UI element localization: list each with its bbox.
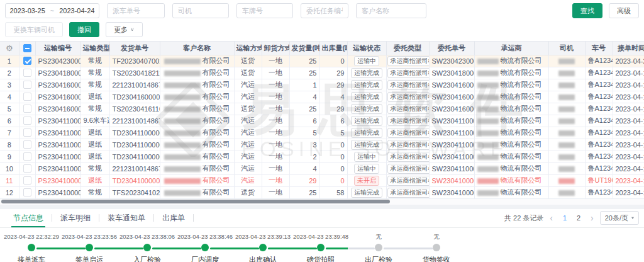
column-header[interactable]: 运输类型: [80, 42, 109, 55]
row-checkbox[interactable]: [23, 176, 31, 185]
column-header[interactable]: 运输状态: [347, 42, 386, 55]
horizontal-scrollbar[interactable]: [0, 199, 644, 205]
row-checkbox[interactable]: [23, 188, 31, 196]
tab-4[interactable]: 出库单: [154, 209, 193, 227]
tab-1[interactable]: 节点信息: [5, 209, 52, 227]
table-row[interactable]: 2PS230418000001常规TS202304182114有限公司送货一地2…: [0, 67, 644, 79]
customer-name: 有限公司: [160, 127, 234, 139]
table-row[interactable]: 5PS230416000004常规TS202304161109有限公司送货一地2…: [0, 103, 644, 115]
unload-mode: 一地: [262, 139, 289, 151]
date-range-input[interactable]: 2023-03-25 ~ 2023-04-24: [5, 3, 99, 18]
table-row[interactable]: 11PS230410000006退纸TD230410000009有限公司汽运一地…: [0, 174, 644, 186]
column-header[interactable]: 运输方式: [234, 42, 262, 55]
page-number[interactable]: 2: [573, 214, 584, 222]
column-header[interactable]: 车号: [585, 42, 613, 55]
row-checkbox[interactable]: [23, 140, 31, 149]
transport-no: PS230411000005: [35, 115, 80, 127]
pagination-total: 共 22 条记录: [504, 214, 543, 223]
prev-page-icon[interactable]: ‹: [550, 214, 553, 222]
driver-input[interactable]: [172, 3, 229, 18]
redacted-text: [164, 130, 201, 136]
change-vehicle-driver-button[interactable]: 更换车辆司机: [5, 22, 63, 37]
table-row[interactable]: 3PS230416000007常规22123100148673有限公司汽运一地1…: [0, 79, 644, 91]
transport-mode: 送货: [234, 186, 262, 198]
table-row[interactable]: 6PS2304110000059.6米车运输22123100148676有限公司…: [0, 115, 644, 127]
plate-input[interactable]: [236, 3, 293, 18]
unload-mode: 一地: [262, 174, 289, 186]
transport-mode: 汽运: [234, 139, 262, 151]
column-header[interactable]: 接单时间: [613, 42, 644, 55]
delegate-type-badge: 承运商指派司机: [387, 116, 430, 126]
section-divider: [0, 205, 644, 209]
column-header[interactable]: 卸货方式: [262, 42, 289, 55]
table-row[interactable]: 4PS230416000006退纸TD230416000002有限公司汽运一地4…: [0, 91, 644, 103]
accept-date: 2023-04-1: [613, 151, 644, 162]
row-checkbox[interactable]: [23, 152, 31, 161]
transport-type: 退纸: [80, 139, 109, 151]
column-header[interactable]: 司机: [548, 42, 585, 55]
row-checkbox[interactable]: [23, 164, 31, 173]
tab-2[interactable]: 派车明细: [52, 209, 99, 227]
scrollbar-thumb[interactable]: [1, 200, 390, 203]
table-row[interactable]: 1PS230423000002常规TF20230407001有限公司送货一地25…: [0, 55, 644, 67]
row-checkbox[interactable]: [23, 81, 31, 89]
redacted-text: [164, 166, 201, 172]
plate-no: 鲁A12345: [585, 162, 613, 174]
table-row[interactable]: 9PS230411000002退纸TD230411000007有限公司汽运一地2…: [0, 151, 644, 162]
redacted-text: [164, 106, 201, 112]
table-row[interactable]: 8PS230411000003退纸TD230411000008有限公司汽运一地3…: [0, 139, 644, 151]
column-header[interactable]: 运输编号: [35, 42, 80, 55]
node-connector: [326, 248, 375, 249]
redacted-text: [558, 59, 575, 64]
table-row[interactable]: 12PS230410000004常规TFS202304102203有限公司送货一…: [0, 186, 644, 198]
row-checkbox[interactable]: [23, 128, 31, 137]
column-header[interactable]: 委托单号: [429, 42, 474, 55]
driver-name: [548, 115, 585, 127]
column-header[interactable]: 承运商: [474, 42, 548, 55]
unload-mode: 一地: [262, 103, 289, 115]
column-header[interactable]: 发货单号: [109, 42, 160, 55]
accept-date: 2023-04-1: [613, 115, 644, 127]
row-checkbox[interactable]: [23, 105, 31, 113]
row-checkbox[interactable]: [23, 57, 31, 65]
column-header[interactable]: 出库量(吨): [319, 42, 347, 55]
status-badge: 未开启: [354, 176, 379, 186]
redacted-text: [558, 142, 575, 148]
customer-input[interactable]: [356, 3, 426, 18]
out-qty: 58: [319, 186, 347, 198]
select-all-checkbox[interactable]: [23, 44, 31, 52]
advanced-button[interactable]: 高级: [609, 3, 639, 18]
node-time: 2023-04-23 23:39:48: [292, 233, 350, 242]
column-header[interactable]: 委托类型: [386, 42, 429, 55]
ship-no: TD230411000008: [109, 139, 160, 151]
search-button[interactable]: 查找: [572, 3, 602, 18]
page-number[interactable]: 1: [559, 214, 570, 222]
plate-no: 鲁A12345: [585, 103, 613, 115]
row-checkbox[interactable]: [23, 117, 31, 125]
row-index: 9: [0, 151, 19, 162]
unload-mode: 一地: [262, 91, 289, 103]
column-header[interactable]: 发货量(吨): [289, 42, 319, 55]
withdraw-button[interactable]: 撤回: [69, 22, 99, 37]
plate-no: 鲁A12345: [585, 67, 613, 79]
accept-date: 2023-04-1: [613, 127, 644, 139]
more-button[interactable]: 更多 ∨: [106, 22, 143, 37]
delegate-type-badge: 承运商指派司机: [387, 128, 430, 138]
table-row[interactable]: 10PS230411000001常规22123100148677有限公司汽运一地…: [0, 162, 644, 174]
plate-no: 鲁A12345: [585, 115, 613, 127]
next-page-icon[interactable]: ›: [591, 214, 594, 222]
row-checkbox[interactable]: [23, 93, 31, 101]
customer-name: 有限公司: [160, 67, 234, 79]
gear-icon[interactable]: ⚙: [6, 43, 13, 53]
dispatch-no-input[interactable]: [107, 3, 165, 18]
column-header[interactable]: 客户名称: [160, 42, 234, 55]
delegate-type-badge: 承运商指派司机: [387, 140, 430, 150]
tab-3[interactable]: 装车通知单: [99, 209, 153, 227]
page-size-select[interactable]: 20条/页 ▾: [600, 211, 639, 225]
task-no-input[interactable]: [301, 3, 348, 18]
table-row[interactable]: 7PS230411000004退纸TD230411000009有限公司汽运一地5…: [0, 127, 644, 139]
row-checkbox[interactable]: [23, 69, 31, 77]
transport-type: 常规: [80, 67, 109, 79]
customer-name: 有限公司: [160, 139, 234, 151]
redacted-text: [558, 118, 575, 124]
